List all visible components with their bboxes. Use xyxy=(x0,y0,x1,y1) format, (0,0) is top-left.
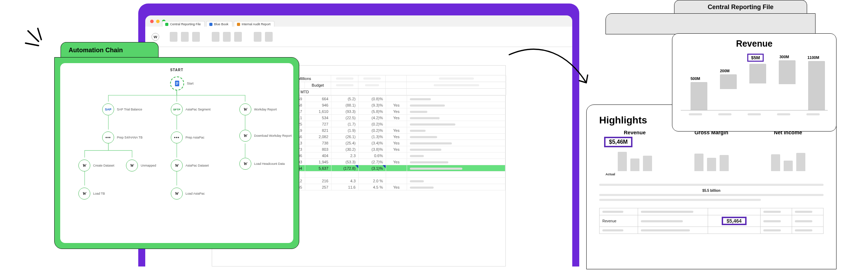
workday-icon xyxy=(78,188,90,200)
tab-label: Central Reporting File xyxy=(170,22,201,26)
workday-icon xyxy=(239,130,251,142)
process-icon xyxy=(171,131,183,143)
header-budget: Budget xyxy=(305,82,331,88)
bar-label-boxed: $5M xyxy=(747,54,764,62)
node-label: Workday Report xyxy=(254,108,277,111)
actual-label: Actual xyxy=(599,173,670,176)
revenue-chart-card: Revenue 500M 200M $5M 300M 1100M xyxy=(672,33,836,131)
file-tab-central-reporting[interactable]: Central Reporting File xyxy=(162,21,205,27)
toolbar-button[interactable] xyxy=(170,32,177,42)
automation-chain-card: Automation Chain START Start xyxy=(54,42,299,249)
file-tab-audit[interactable]: Internal Audit Report xyxy=(234,21,274,27)
mini-bars-net xyxy=(752,150,824,171)
node-download-workday[interactable]: Download Workday Report xyxy=(239,130,292,142)
app-logo[interactable]: w xyxy=(152,33,159,41)
table-row xyxy=(600,208,824,215)
minimize-dot[interactable] xyxy=(156,20,160,23)
crf-tab: Central Reporting File xyxy=(674,0,807,14)
toolbar-button[interactable] xyxy=(265,32,273,42)
node-label: Load Headcount Data xyxy=(254,162,285,166)
col-net-income: Net Income . xyxy=(752,129,824,176)
process-icon xyxy=(102,131,114,143)
node-label: Start xyxy=(187,82,194,85)
bar xyxy=(808,61,825,110)
highlights-table: Revenue $5,464 xyxy=(599,208,824,234)
bar-label: 500M xyxy=(691,76,700,81)
crf-title: Central Reporting File xyxy=(708,4,774,11)
tab-label: Blue Book xyxy=(214,22,229,26)
svg-rect-1 xyxy=(176,82,178,82)
workday-icon xyxy=(239,103,251,115)
node-label: Prep AsiaPac xyxy=(186,136,204,139)
paragraph-placeholder: $5.5 billion xyxy=(599,184,824,201)
x-axis-placeholders xyxy=(681,113,828,115)
node-sap[interactable]: SAP SAP Trial Balance xyxy=(102,103,142,115)
workday-icon xyxy=(171,160,183,171)
chart-title: Revenue xyxy=(681,39,828,49)
bar xyxy=(779,60,796,84)
close-dot[interactable] xyxy=(150,20,154,23)
node-label: Download Workday Report xyxy=(254,134,292,137)
tab-icon xyxy=(209,23,212,26)
toolbar-button[interactable] xyxy=(234,32,242,42)
node-load-tb[interactable]: Load TB xyxy=(78,188,105,200)
node-load-asiapac[interactable]: Load AsiaPac xyxy=(171,188,205,200)
node-unmapped[interactable]: Unmapped xyxy=(126,160,156,171)
arrow-icon xyxy=(506,44,597,105)
workday-icon xyxy=(239,158,251,170)
sap-icon: SAP xyxy=(102,103,114,115)
workday-icon xyxy=(78,160,90,171)
file-tab-blue-book[interactable]: Blue Book xyxy=(206,21,232,27)
node-prep-s4[interactable]: Prep S4/HANA TB xyxy=(102,131,142,143)
node-sftp[interactable]: SFTP AsiaPac Segment xyxy=(171,103,211,115)
bar-label: 1100M xyxy=(807,55,819,60)
node-load-headcount[interactable]: Load Headcount Data xyxy=(239,158,285,170)
bar xyxy=(720,74,737,89)
central-reporting-card: Central Reporting File xyxy=(606,0,816,35)
node-label: Load AsiaPac xyxy=(186,192,205,195)
bar-label: 200M xyxy=(720,69,730,73)
row-value-box: $5,464 xyxy=(722,217,747,225)
sftp-icon: SFTP xyxy=(171,103,183,115)
svg-rect-2 xyxy=(176,83,178,83)
decorative-rays xyxy=(24,27,49,55)
node-workday[interactable]: Workday Report xyxy=(239,103,277,115)
toolbar-button[interactable] xyxy=(223,32,231,42)
node-label: SAP Trial Balance xyxy=(117,108,142,111)
table-row-revenue: Revenue $5,464 xyxy=(600,215,824,227)
node-label: Load TB xyxy=(93,192,105,195)
automation-canvas[interactable]: START Start SAP SAP Trial xyxy=(60,63,293,243)
document-icon xyxy=(170,76,184,90)
toolbar-button[interactable] xyxy=(212,32,219,42)
node-prep-asiapac[interactable]: Prep AsiaPac xyxy=(171,131,204,143)
revenue-value-box: $5,46M xyxy=(604,137,632,147)
crf-body xyxy=(606,13,816,34)
node-label: AsiaPac Dataset xyxy=(186,164,209,167)
mini-bars-revenue xyxy=(599,150,670,171)
toolbar-button[interactable] xyxy=(181,32,189,42)
mini-bars-gross xyxy=(676,150,747,171)
col-gross-margin: Gross Margin . xyxy=(676,129,747,176)
automation-tab: Automation Chain xyxy=(61,42,159,58)
node-start[interactable]: Start xyxy=(170,76,194,90)
bar xyxy=(691,82,707,110)
col-revenue: Revenue $5,46M Actual xyxy=(599,129,670,176)
node-label: AsiaPac Segment xyxy=(186,108,211,111)
tab-icon xyxy=(165,23,168,26)
toolbar-button[interactable] xyxy=(254,32,261,42)
toolbar-button[interactable] xyxy=(192,32,200,42)
workday-icon xyxy=(171,188,183,200)
node-create-dataset[interactable]: Create Dataset xyxy=(78,160,114,171)
row-label: Revenue xyxy=(600,215,638,227)
node-asiapac-dataset[interactable]: AsiaPac Dataset xyxy=(171,160,209,171)
node-label: Prep S4/HANA TB xyxy=(117,136,142,139)
table-row xyxy=(600,227,824,234)
revenue-chart: 500M 200M $5M 300M 1100M xyxy=(681,51,828,110)
svg-rect-3 xyxy=(176,84,178,85)
start-heading: START xyxy=(60,68,293,72)
bar xyxy=(749,64,766,83)
tab-icon xyxy=(237,23,240,26)
midline-text: $5.5 billion xyxy=(599,189,824,193)
workday-icon xyxy=(126,160,138,171)
bar-label: 300M xyxy=(779,55,789,59)
